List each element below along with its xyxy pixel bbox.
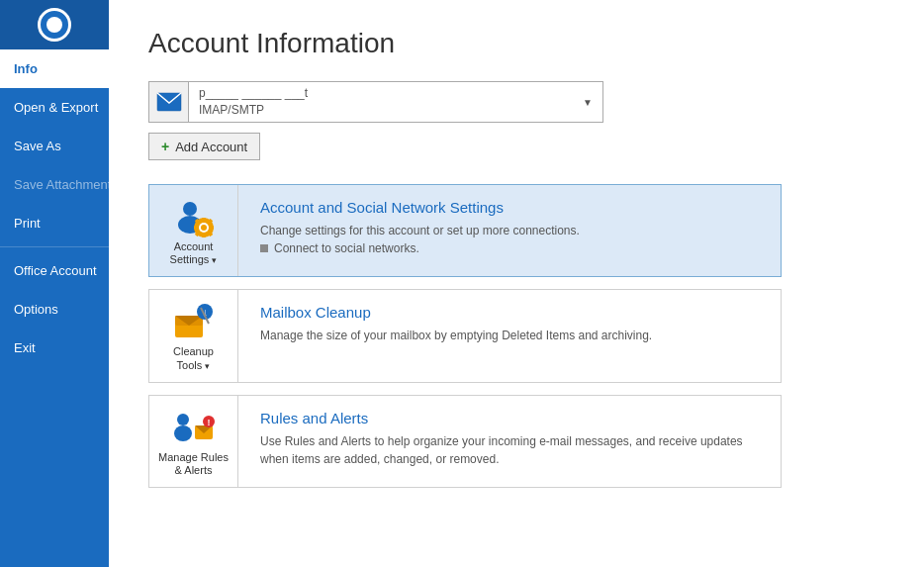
manage-rules-label: Manage Rules& Alerts xyxy=(158,451,229,477)
rules-alerts-desc: Use Rules and Alerts to help organize yo… xyxy=(260,432,767,468)
svg-rect-7 xyxy=(202,234,206,237)
svg-text:!: ! xyxy=(207,418,210,427)
account-settings-card[interactable]: AccountSettings ▾ Account and Social Net… xyxy=(148,184,782,277)
rules-alerts-content: Rules and Alerts Use Rules and Alerts to… xyxy=(254,396,781,482)
connect-social-label: Connect to social networks. xyxy=(274,239,419,257)
rules-alerts-card[interactable]: ! Manage Rules& Alerts Rules and Alerts … xyxy=(148,395,782,488)
svg-rect-8 xyxy=(194,226,198,230)
svg-point-21 xyxy=(174,425,192,441)
bullet-icon xyxy=(260,244,268,252)
sidebar: Info Open & Export Save As Save Attachme… xyxy=(0,0,109,567)
svg-rect-9 xyxy=(210,226,214,230)
cleanup-icon: ↓ xyxy=(171,300,217,345)
svg-point-5 xyxy=(201,225,207,231)
add-account-button[interactable]: + Add Account xyxy=(148,133,260,160)
logo-inner xyxy=(46,17,62,33)
mailbox-cleanup-icon-box: ↓ CleanupTools ▾ xyxy=(149,290,238,381)
sidebar-item-info[interactable]: Info xyxy=(0,49,109,88)
mailbox-cleanup-card[interactable]: ↓ CleanupTools ▾ Mailbox Cleanup Manage … xyxy=(148,289,782,382)
sidebar-item-options[interactable]: Options xyxy=(0,290,109,329)
sidebar-item-save-attachments: Save Attachments xyxy=(0,165,109,204)
sidebar-item-open-export[interactable]: Open & Export xyxy=(0,88,109,127)
app-logo xyxy=(0,0,109,49)
page-title: Account Information xyxy=(148,28,884,59)
account-dropdown-arrow[interactable]: ▼ xyxy=(573,97,602,108)
account-icon-box xyxy=(149,82,189,122)
plus-icon: + xyxy=(161,139,169,154)
sidebar-item-office-account[interactable]: Office Account xyxy=(0,251,109,290)
sidebar-item-print[interactable]: Print xyxy=(0,204,109,242)
account-settings-content: Account and Social Network Settings Chan… xyxy=(254,185,781,271)
svg-point-1 xyxy=(183,202,197,216)
account-email: p_____ ______ ___t xyxy=(199,86,563,100)
rules-alerts-icon: ! xyxy=(171,406,217,451)
logo-circle xyxy=(38,8,71,42)
account-settings-label: AccountSettings ▾ xyxy=(170,240,218,266)
rules-alerts-icon-box: ! Manage Rules& Alerts xyxy=(149,396,238,487)
mailbox-cleanup-desc: Manage the size of your mailbox by empty… xyxy=(260,327,767,344)
account-text: p_____ ______ ___t IMAP/SMTP xyxy=(189,86,573,118)
rules-alerts-title: Rules and Alerts xyxy=(260,410,767,426)
cleanup-tools-label: CleanupTools ▾ xyxy=(173,345,214,371)
email-icon xyxy=(156,92,182,112)
account-settings-icon-box: AccountSettings ▾ xyxy=(149,185,238,276)
account-settings-desc-line2: Connect to social networks. xyxy=(260,239,767,257)
account-type: IMAP/SMTP xyxy=(199,103,264,117)
mailbox-cleanup-content: Mailbox Cleanup Manage the size of your … xyxy=(254,290,781,358)
account-settings-desc: Change settings for this account or set … xyxy=(260,222,767,257)
mailbox-cleanup-title: Mailbox Cleanup xyxy=(260,304,767,321)
account-settings-desc-line1: Change settings for this account or set … xyxy=(260,222,767,239)
account-selector[interactable]: p_____ ______ ___t IMAP/SMTP ▼ xyxy=(148,81,603,123)
svg-point-20 xyxy=(177,414,189,425)
add-account-label: Add Account xyxy=(175,140,247,154)
main-content: Account Information p_____ ______ ___t I… xyxy=(109,0,924,567)
svg-rect-6 xyxy=(202,218,206,222)
account-settings-title: Account and Social Network Settings xyxy=(260,199,767,216)
sidebar-item-exit[interactable]: Exit xyxy=(0,329,109,367)
sidebar-item-save-as[interactable]: Save As xyxy=(0,127,109,165)
account-settings-icon xyxy=(171,195,217,240)
